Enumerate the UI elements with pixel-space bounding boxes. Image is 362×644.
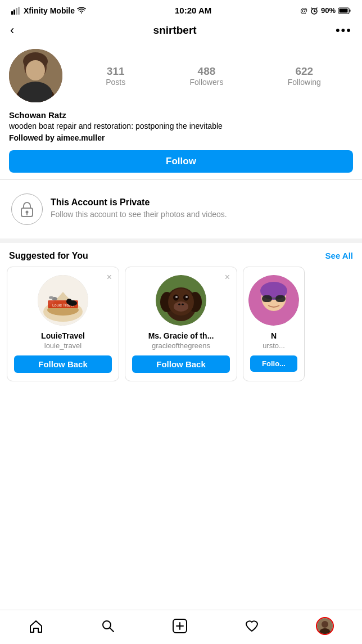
card-1-handle: louie_travel bbox=[44, 341, 82, 350]
card-avatar-louie: Louie Travel bbox=[38, 275, 88, 326]
suggested-cards-row: × Louie Travel LouieTravel louie_t bbox=[0, 267, 362, 390]
wifi-icon bbox=[77, 7, 86, 14]
svg-point-16 bbox=[26, 60, 45, 80]
following-stat[interactable]: 622 Following bbox=[288, 65, 321, 87]
following-count: 622 bbox=[295, 65, 313, 78]
card-avatar-gracie bbox=[156, 275, 206, 326]
search-icon bbox=[100, 618, 116, 634]
status-carrier: Xfinity Mobile bbox=[11, 6, 86, 15]
battery-icon bbox=[338, 7, 351, 14]
more-options-button[interactable]: ••• bbox=[336, 23, 352, 38]
profile-name: Schowan Ratz bbox=[9, 110, 353, 120]
svg-point-30 bbox=[49, 296, 53, 299]
svg-point-43 bbox=[182, 303, 184, 305]
home-icon bbox=[28, 618, 44, 634]
home-nav-button[interactable] bbox=[28, 618, 44, 634]
lock-icon bbox=[11, 193, 43, 225]
card-2-follow-button[interactable]: Follow Back bbox=[132, 355, 230, 373]
svg-rect-48 bbox=[275, 295, 286, 302]
lock-svg bbox=[20, 201, 34, 218]
profile-nav-button[interactable] bbox=[316, 617, 334, 635]
nav-bar: ‹ snirtbert ••• bbox=[0, 19, 362, 42]
followers-stat[interactable]: 488 Followers bbox=[189, 65, 223, 87]
svg-line-7 bbox=[311, 8, 313, 9]
svg-point-41 bbox=[174, 301, 188, 312]
create-icon bbox=[172, 618, 188, 634]
card-3-handle: ursto... bbox=[263, 341, 285, 350]
posts-label: Posts bbox=[106, 78, 125, 87]
suggested-card-3: N ursto... Follo... bbox=[243, 267, 305, 381]
private-title: This Account is Private bbox=[51, 197, 227, 208]
private-text: This Account is Private Follow this acco… bbox=[51, 197, 227, 220]
card-3-follow-button[interactable]: Follo... bbox=[250, 355, 297, 372]
profile-bio: wooden boat repair and restoration: post… bbox=[9, 121, 353, 132]
status-right: @ 90% bbox=[300, 6, 351, 15]
private-account-notice: This Account is Private Follow this acco… bbox=[0, 180, 362, 238]
followed-by-prefix: Followed by bbox=[9, 133, 57, 142]
dismiss-card-1[interactable]: × bbox=[107, 273, 112, 282]
svg-point-28 bbox=[66, 299, 72, 304]
svg-point-56 bbox=[322, 621, 328, 628]
status-bar: Xfinity Mobile 10:20 AM @ 90% bbox=[0, 0, 362, 19]
card-2-name: Ms. Gracie of th... bbox=[148, 331, 214, 340]
following-label: Following bbox=[288, 78, 321, 87]
profile-thumb bbox=[316, 617, 334, 635]
card-1-follow-button[interactable]: Follow Back bbox=[14, 355, 112, 373]
back-button[interactable]: ‹ bbox=[10, 23, 14, 38]
svg-line-8 bbox=[316, 8, 317, 9]
posts-count: 311 bbox=[107, 65, 125, 78]
posts-stat[interactable]: 311 Posts bbox=[106, 65, 125, 87]
svg-rect-10 bbox=[340, 8, 348, 12]
profile-thumb-image bbox=[317, 618, 333, 634]
card-1-name: LouieTravel bbox=[41, 331, 85, 340]
at-icon: @ bbox=[300, 6, 307, 15]
followed-by-user[interactable]: aimee.muller bbox=[57, 133, 105, 142]
card-2-handle: gracieofthegreens bbox=[152, 341, 210, 350]
follow-button-container: Follow bbox=[0, 148, 362, 179]
create-nav-button[interactable] bbox=[172, 618, 188, 634]
svg-rect-0 bbox=[11, 11, 13, 15]
stats-container: 311 Posts 488 Followers 622 Following bbox=[74, 65, 353, 87]
private-subtitle: Follow this account to see their photos … bbox=[51, 209, 227, 220]
svg-line-51 bbox=[110, 628, 114, 632]
svg-point-42 bbox=[178, 303, 180, 305]
svg-rect-47 bbox=[262, 295, 272, 302]
heart-icon bbox=[244, 618, 260, 634]
suggested-card-2: × bbox=[125, 267, 237, 381]
svg-rect-11 bbox=[350, 10, 351, 12]
svg-rect-2 bbox=[16, 8, 17, 15]
svg-rect-3 bbox=[18, 7, 20, 15]
followers-label: Followers bbox=[189, 78, 223, 87]
suggested-card-1: × Louie Travel LouieTravel louie_t bbox=[7, 267, 119, 381]
svg-rect-1 bbox=[13, 10, 15, 15]
profile-username-header: snirtbert bbox=[153, 24, 197, 37]
bottom-nav bbox=[0, 610, 362, 644]
gracie-avatar-image bbox=[156, 275, 206, 326]
profile-header: 311 Posts 488 Followers 622 Following bbox=[0, 42, 362, 107]
profile-avatar-image bbox=[9, 49, 62, 102]
battery-percent: 90% bbox=[321, 6, 336, 15]
suggested-title: Suggested for You bbox=[9, 251, 88, 261]
alarm-icon bbox=[310, 7, 318, 15]
carrier-name: Xfinity Mobile bbox=[24, 6, 75, 15]
activity-nav-button[interactable] bbox=[244, 618, 260, 634]
profile-followed-by: Followed by aimee.muller bbox=[9, 133, 353, 142]
signal-icon bbox=[11, 7, 21, 15]
svg-line-6 bbox=[314, 11, 315, 12]
card-3-name: N bbox=[271, 331, 277, 340]
svg-point-39 bbox=[185, 296, 188, 298]
card-avatar-third bbox=[248, 275, 299, 326]
suggested-header: Suggested for You See All bbox=[0, 243, 362, 267]
see-all-link[interactable]: See All bbox=[325, 251, 353, 260]
followers-count: 488 bbox=[198, 65, 216, 78]
profile-info: Schowan Ratz wooden boat repair and rest… bbox=[0, 107, 362, 148]
svg-point-38 bbox=[175, 296, 178, 298]
section-divider bbox=[0, 238, 362, 243]
search-nav-button[interactable] bbox=[100, 618, 116, 634]
follow-button[interactable]: Follow bbox=[9, 150, 353, 173]
dismiss-card-2[interactable]: × bbox=[225, 273, 230, 282]
avatar bbox=[9, 49, 62, 102]
status-time: 10:20 AM bbox=[175, 6, 211, 15]
louie-avatar-image: Louie Travel bbox=[38, 275, 88, 326]
third-avatar-image bbox=[248, 275, 299, 326]
